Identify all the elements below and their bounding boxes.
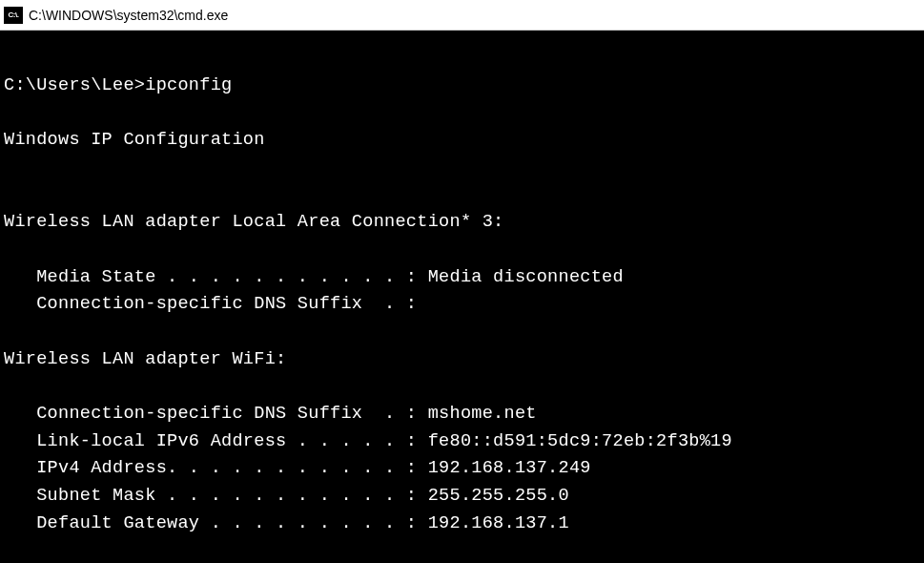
terminal-output[interactable]: C:\Users\Lee>ipconfig Windows IP Configu… bbox=[0, 31, 924, 545]
cmd-icon: C:\. bbox=[4, 7, 23, 24]
adapter-1-media-state: Media State . . . . . . . . . . . : Medi… bbox=[4, 264, 920, 292]
window-title-bar[interactable]: C:\. C:\WINDOWS\system32\cmd.exe bbox=[0, 0, 924, 31]
prompt: C:\Users\Lee> bbox=[4, 75, 145, 95]
window-title: C:\WINDOWS\system32\cmd.exe bbox=[29, 8, 228, 23]
adapter-2-ipv4: IPv4 Address. . . . . . . . . . . : 192.… bbox=[4, 455, 920, 483]
output-header: Windows IP Configuration bbox=[4, 127, 920, 155]
command-input: ipconfig bbox=[145, 75, 232, 95]
adapter-2-link-local: Link-local IPv6 Address . . . . . : fe80… bbox=[4, 428, 920, 456]
adapter-2-subnet: Subnet Mask . . . . . . . . . . . : 255.… bbox=[4, 483, 920, 511]
adapter-2-name: Wireless LAN adapter WiFi: bbox=[4, 346, 920, 374]
adapter-1-dns-suffix: Connection-specific DNS Suffix . : bbox=[4, 291, 920, 319]
adapter-2-dns-suffix: Connection-specific DNS Suffix . : mshom… bbox=[4, 401, 920, 428]
adapter-1-name: Wireless LAN adapter Local Area Connecti… bbox=[4, 209, 920, 237]
adapter-2-gateway: Default Gateway . . . . . . . . . : 192.… bbox=[4, 511, 920, 538]
